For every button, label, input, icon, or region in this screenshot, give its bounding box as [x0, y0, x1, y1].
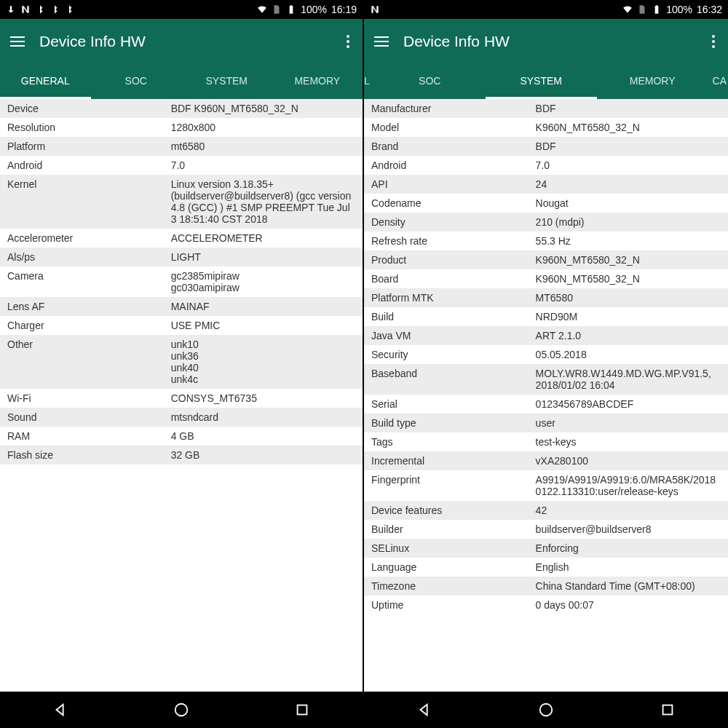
home-icon[interactable] [538, 702, 554, 718]
row-label: Fingerprint [371, 474, 536, 486]
row-value: 7.0 [536, 159, 721, 171]
status-bar: 100% 16:19 [0, 0, 363, 19]
row-value: NRD90M [536, 311, 721, 323]
sim-icon [272, 4, 282, 15]
row-label: Build [371, 311, 536, 323]
overflow-icon[interactable] [709, 32, 718, 51]
info-row: IncrementalvXA280100 [364, 451, 728, 470]
info-row: Uptime0 days 00:07 [364, 596, 728, 614]
row-label: Board [371, 273, 536, 285]
tab-general[interactable]: GENERAL [0, 64, 91, 99]
row-value: Enforcing [536, 542, 721, 554]
tab-soc[interactable]: SOC [374, 64, 486, 99]
row-label: Uptime [371, 599, 536, 611]
nav-bar [0, 692, 363, 728]
tab-partial[interactable]: CA [708, 64, 728, 99]
info-row: Java VMART 2.1.0 [364, 326, 728, 345]
row-label: Brand [371, 141, 536, 152]
down-arrow-icon [6, 4, 16, 15]
row-label: Platform [7, 141, 171, 152]
row-label: Device features [371, 505, 536, 516]
row-label: Manufacturer [371, 103, 536, 114]
row-value: 55.3 Hz [536, 235, 721, 247]
row-value: 24 [536, 178, 721, 190]
tab-memory[interactable]: MEMORY [597, 64, 708, 99]
row-value: vXA280100 [536, 455, 721, 467]
menu-icon[interactable] [10, 36, 25, 47]
info-row: Als/psLIGHT [0, 248, 363, 266]
tab-memory[interactable]: MEMORY [272, 64, 363, 99]
row-value: 42 [536, 505, 721, 516]
row-value: MT6580 [536, 292, 721, 304]
back-icon[interactable] [416, 702, 432, 718]
row-label: Java VM [371, 330, 536, 341]
content-left[interactable]: DeviceBDF K960N_MT6580_32_NResolution128… [0, 99, 363, 692]
row-label: Als/ps [7, 251, 171, 263]
overflow-icon[interactable] [344, 32, 352, 51]
row-label: Other [7, 339, 171, 350]
row-label: Device [7, 103, 171, 114]
status-right: 100% 16:19 [257, 4, 357, 15]
recent-icon[interactable] [660, 702, 676, 718]
content-right[interactable]: ManufacturerBDFModelK960N_MT6580_32_NBra… [364, 99, 728, 692]
info-row: Density210 (mdpi) [364, 213, 728, 232]
info-row: Platform MTKMT6580 [364, 288, 728, 307]
battery-icon [652, 4, 662, 15]
row-value: Nougat [536, 197, 721, 209]
row-label: Density [371, 216, 536, 228]
battery-icon [286, 4, 296, 15]
status-left [6, 4, 74, 15]
home-icon[interactable] [173, 702, 189, 718]
row-label: Serial [371, 398, 536, 410]
row-value: 05.05.2018 [536, 349, 721, 360]
row-label: Language [371, 561, 536, 573]
info-row: Security05.05.2018 [364, 345, 728, 364]
svg-point-2 [540, 704, 553, 716]
row-label: Tags [371, 436, 536, 448]
row-value: user [536, 417, 721, 429]
row-value: A9919/A9919/A9919:6.0/MRA58K/20180122.11… [536, 474, 721, 497]
row-value: 210 (mdpi) [536, 216, 721, 228]
battery-percent: 100% [666, 4, 692, 15]
row-value: BDF K960N_MT6580_32_N [171, 103, 355, 114]
phone-left: 100% 16:19 Device Info HW GENERALSOCSYST… [0, 0, 364, 728]
row-value: MOLY.WR8.W1449.MD.WG.MP.V91.5, 2018/01/0… [536, 368, 721, 391]
phone-right: 100% 16:32 Device Info HW LSOCSYSTEMMEMO… [364, 0, 728, 728]
info-row: DeviceBDF K960N_MT6580_32_N [0, 99, 363, 118]
info-row: KernelLinux version 3.18.35+ (buildserve… [0, 175, 363, 229]
menu-icon[interactable] [374, 36, 389, 47]
tab-soc[interactable]: SOC [91, 64, 182, 99]
info-row: Resolution1280x800 [0, 118, 363, 137]
row-label: Sound [7, 411, 171, 423]
tab-system[interactable]: SYSTEM [181, 64, 272, 99]
row-value: CONSYS_MT6735 [171, 392, 355, 404]
row-value: gc2385mipiraw gc030amipiraw [171, 270, 355, 293]
recent-icon[interactable] [294, 702, 310, 718]
n-icon [20, 4, 31, 15]
info-row: Wi-FiCONSYS_MT6735 [0, 389, 363, 408]
row-label: Codename [371, 197, 536, 209]
row-label: API [371, 178, 536, 190]
svg-rect-1 [298, 705, 307, 715]
info-row: ModelK960N_MT6580_32_N [364, 118, 728, 137]
row-label: SELinux [371, 542, 536, 554]
row-label: Camera [7, 270, 171, 282]
bt-icon-3 [64, 4, 74, 15]
info-row: Serial0123456789ABCDEF [364, 395, 728, 414]
clock: 16:19 [331, 4, 357, 15]
tab-system[interactable]: SYSTEM [486, 64, 597, 99]
tabs-left: GENERALSOCSYSTEMMEMORY [0, 64, 363, 99]
row-label: Baseband [371, 368, 536, 379]
row-value: 32 GB [171, 449, 355, 461]
row-value: BDF [536, 141, 721, 152]
row-label: Android [7, 159, 171, 171]
row-value: 0 days 00:07 [536, 599, 721, 611]
tab-partial[interactable]: L [364, 64, 374, 99]
row-label: Builder [371, 523, 536, 535]
back-icon[interactable] [52, 702, 68, 718]
tabs-right: LSOCSYSTEMMEMORYCA [364, 64, 728, 99]
row-value: test-keys [536, 436, 721, 448]
row-label: Incremental [371, 455, 536, 467]
row-value: China Standard Time (GMT+08:00) [536, 580, 721, 592]
row-value: K960N_MT6580_32_N [536, 254, 721, 266]
